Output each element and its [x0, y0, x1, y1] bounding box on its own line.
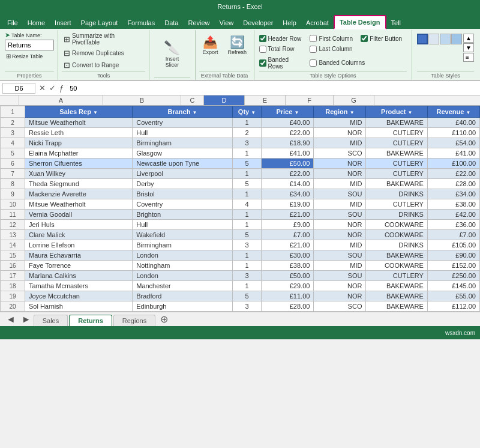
data-cell[interactable]: Brighton	[133, 210, 232, 220]
styles-expand-button[interactable]: ▲ ▼ ≡	[463, 34, 474, 62]
revenue-cell[interactable]: £112.00	[427, 301, 479, 312]
data-cell[interactable]: CUTLERY	[366, 199, 427, 210]
data-cell[interactable]: Sol Harnish	[25, 301, 132, 312]
ribbon-tab-file[interactable]: File	[2, 17, 23, 29]
revenue-cell[interactable]: £110.00	[427, 128, 479, 138]
data-cell[interactable]: Manchester	[133, 281, 232, 291]
style-swatch-4[interactable]	[451, 34, 462, 44]
data-cell[interactable]: 1	[232, 261, 262, 271]
data-cell[interactable]: NOR	[314, 169, 366, 179]
col-header-sales-rep[interactable]: Sales Rep ▼	[25, 106, 132, 118]
table-row[interactable]: 2Mitsue WeatherholtCoventry1£40.00MIDBAK…	[1, 118, 480, 128]
data-cell[interactable]: Wakefield	[133, 230, 232, 240]
cancel-formula-icon[interactable]: ✕	[39, 83, 46, 92]
revenue-cell[interactable]: £90.00	[427, 250, 479, 261]
table-row[interactable]: 6Sherron CifuentesNewcastle upon Tyne5£5…	[1, 159, 480, 169]
table-row[interactable]: 18Tamatha McmastersManchester1£29.00NORB…	[1, 281, 480, 291]
data-cell[interactable]: SCO	[314, 148, 366, 159]
sheet-nav-left-icon[interactable]: ◄	[2, 313, 19, 326]
col-header-g[interactable]: G	[334, 95, 374, 105]
price-cell[interactable]: £30.00	[262, 250, 314, 261]
revenue-cell[interactable]: £54.00	[427, 138, 479, 148]
price-cell[interactable]: £19.00	[262, 199, 314, 210]
table-row[interactable]: 10Mitsue WeatherholtCoventry4£19.00MIDCU…	[1, 199, 480, 210]
data-cell[interactable]: 5	[232, 291, 262, 301]
table-row[interactable]: 20Sol HarnishEdinburgh3£28.00SCOBAKEWARE…	[1, 301, 480, 312]
revenue-cell[interactable]: £152.00	[427, 261, 479, 271]
data-cell[interactable]: 1	[232, 220, 262, 230]
data-cell[interactable]: Mackenzie Averette	[25, 189, 132, 199]
insert-slicer-button[interactable]: 🔪 Insert Slicer	[154, 31, 190, 77]
data-cell[interactable]: 1	[232, 281, 262, 291]
data-cell[interactable]: CUTLERY	[366, 128, 427, 138]
table-row[interactable]: 14Lorrine EllefsonBirmingham3£21.00MIDDR…	[1, 240, 480, 250]
table-row[interactable]: 3Ressie LethHull2£22.00NORCUTLERY£110.00	[1, 128, 480, 138]
table-name-input[interactable]	[5, 40, 54, 50]
formula-input[interactable]	[67, 85, 478, 92]
price-cell[interactable]: £38.00	[262, 261, 314, 271]
data-cell[interactable]: SOU	[314, 271, 366, 281]
price-cell[interactable]: £22.00	[262, 169, 314, 179]
price-cell[interactable]: £22.00	[262, 128, 314, 138]
price-cell[interactable]: £14.00	[262, 179, 314, 189]
data-cell[interactable]: MID	[314, 199, 366, 210]
data-cell[interactable]: 5	[232, 159, 262, 169]
remove-duplicates-button[interactable]: ⊟ Remove Duplicates	[62, 47, 145, 59]
revenue-cell[interactable]: £22.00	[427, 169, 479, 179]
add-sheet-icon[interactable]: ⊕	[157, 313, 172, 326]
data-cell[interactable]: Mitsue Weatherholt	[25, 118, 132, 128]
price-cell[interactable]: £28.00	[262, 301, 314, 312]
col-header-qty[interactable]: Qty ▼	[232, 106, 262, 118]
revenue-cell[interactable]: £36.00	[427, 220, 479, 230]
export-button[interactable]: 📤 Export	[199, 34, 222, 56]
col-header-b[interactable]: B	[103, 95, 181, 105]
data-cell[interactable]: SOU	[314, 189, 366, 199]
data-cell[interactable]: Xuan Wilkey	[25, 169, 132, 179]
data-cell[interactable]: MID	[314, 118, 366, 128]
data-cell[interactable]: Nicki Trapp	[25, 138, 132, 148]
data-cell[interactable]: 3	[232, 240, 262, 250]
ribbon-tab-view[interactable]: View	[215, 17, 239, 29]
data-cell[interactable]: COOKWARE	[366, 261, 427, 271]
revenue-cell[interactable]: £105.00	[427, 240, 479, 250]
confirm-formula-icon[interactable]: ✓	[49, 83, 56, 92]
table-row[interactable]: 8Theda SiegmundDerby5£14.00MIDBAKEWARE£2…	[1, 179, 480, 189]
data-cell[interactable]: Bristol	[133, 189, 232, 199]
data-cell[interactable]: 2	[232, 128, 262, 138]
data-cell[interactable]: Sherron Cifuentes	[25, 159, 132, 169]
data-cell[interactable]: DRINKS	[366, 210, 427, 220]
data-cell[interactable]: Liverpool	[133, 169, 232, 179]
table-row[interactable]: 15Maura EchavarriaLondon1£30.00SOUBAKEWA…	[1, 250, 480, 261]
data-cell[interactable]: Edinburgh	[133, 301, 232, 312]
insert-function-icon[interactable]: ƒ	[59, 83, 64, 92]
data-cell[interactable]: Marlana Calkins	[25, 271, 132, 281]
data-cell[interactable]: Jeri Huls	[25, 220, 132, 230]
first-column-checkbox[interactable]: First Column	[310, 34, 356, 44]
data-cell[interactable]: 1	[232, 210, 262, 220]
data-cell[interactable]: Hull	[133, 220, 232, 230]
ribbon-tab-insert[interactable]: Insert	[50, 17, 76, 29]
ribbon-tab-tell[interactable]: Tell	[386, 17, 406, 29]
filter-button-checkbox[interactable]: Filter Button	[361, 34, 407, 44]
data-cell[interactable]: Newcastle upon Tyne	[133, 159, 232, 169]
data-cell[interactable]: Glasgow	[133, 148, 232, 159]
col-header-c[interactable]: C	[181, 95, 204, 105]
summarize-pivot-button[interactable]: ⊞ Summarize with PivotTable	[62, 31, 145, 47]
ribbon-tab-formulas[interactable]: Formulas	[122, 17, 160, 29]
table-row[interactable]: 16Faye TorrenceNottingham1£38.00MIDCOOKW…	[1, 261, 480, 271]
ribbon-tab-developer[interactable]: Developer	[238, 17, 278, 29]
data-cell[interactable]: CUTLERY	[366, 159, 427, 169]
data-cell[interactable]: NOR	[314, 291, 366, 301]
style-swatch-3[interactable]	[440, 34, 451, 44]
revenue-cell[interactable]: £250.00	[427, 271, 479, 281]
data-cell[interactable]: Elaina Mcphatter	[25, 148, 132, 159]
ribbon-tab-table-design[interactable]: Table Design	[334, 15, 386, 29]
data-cell[interactable]: 1	[232, 169, 262, 179]
data-cell[interactable]: NOR	[314, 159, 366, 169]
style-swatch-1[interactable]	[417, 34, 428, 44]
col-header-d[interactable]: D	[204, 95, 245, 105]
data-cell[interactable]: SCO	[314, 301, 366, 312]
revenue-cell[interactable]: £40.00	[427, 118, 479, 128]
data-cell[interactable]: BAKEWARE	[366, 179, 427, 189]
data-cell[interactable]: BAKEWARE	[366, 118, 427, 128]
